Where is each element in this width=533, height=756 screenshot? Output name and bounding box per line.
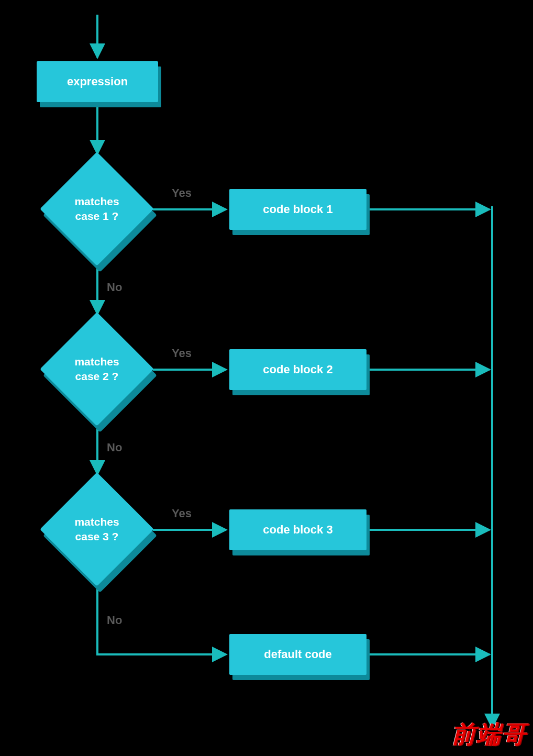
decision-2-yes-label: Yes [172, 347, 192, 360]
code-block-3-label: code block 3 [263, 523, 332, 537]
decision-3: matches case 3 ? [42, 474, 152, 584]
decision-1: matches case 1 ? [42, 154, 152, 264]
decision-3-yes-label: Yes [172, 507, 192, 520]
expression-node: expression [37, 61, 158, 102]
code-block-2: code block 2 [229, 349, 367, 390]
expression-label: expression [67, 75, 128, 88]
code-block-1-label: code block 1 [263, 203, 332, 216]
decision-1-no-label: No [107, 281, 122, 294]
code-block-1: code block 1 [229, 189, 367, 230]
default-code-label: default code [264, 648, 332, 661]
default-code-block: default code [229, 634, 367, 675]
decision-3-no-label: No [107, 614, 122, 627]
decision-2: matches case 2 ? [42, 314, 152, 424]
decision-3-label: matches case 3 ? [42, 474, 152, 584]
decision-2-label: matches case 2 ? [42, 314, 152, 424]
watermark-text: 前端哥 [451, 718, 527, 751]
decision-1-yes-label: Yes [172, 186, 192, 200]
decision-2-no-label: No [107, 441, 122, 454]
decision-1-label: matches case 1 ? [42, 154, 152, 264]
code-block-2-label: code block 2 [263, 363, 332, 376]
code-block-3: code block 3 [229, 509, 367, 550]
